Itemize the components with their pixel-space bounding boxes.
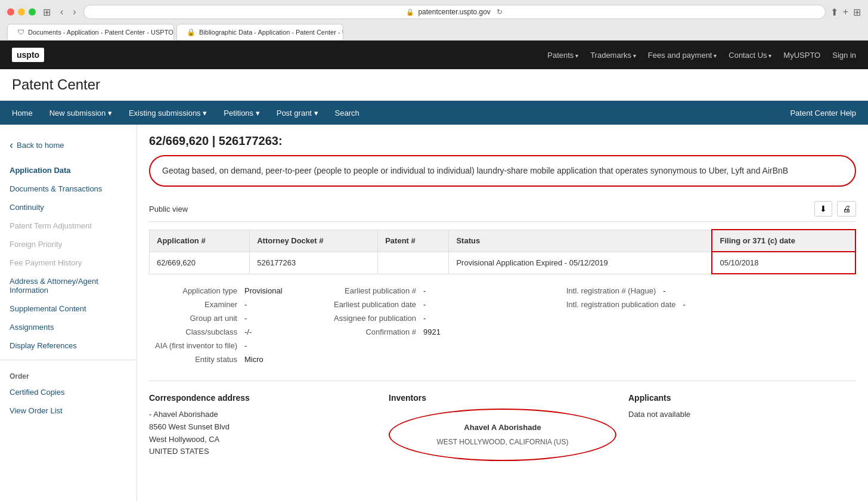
grid-icon[interactable]: ⊞ bbox=[853, 7, 861, 18]
col-patent: Patent # bbox=[378, 230, 449, 252]
inventors-col: Inventors Ahavel A Aborishade WEST HOLLY… bbox=[389, 393, 616, 461]
page-title-bar: Patent Center bbox=[0, 69, 868, 101]
sidebar-item-display-references[interactable]: Display References bbox=[0, 336, 137, 355]
nav-patents[interactable]: Patents bbox=[547, 51, 578, 60]
applicants-col: Applicants Data not available bbox=[628, 393, 856, 461]
details-col-2: Earliest publication # - Earliest public… bbox=[328, 286, 566, 369]
sidebar-item-continuity[interactable]: Continuity bbox=[0, 198, 137, 217]
details-section: Application type Provisional Examiner - … bbox=[149, 286, 856, 369]
browser-tab-bibliographic[interactable]: 🔒 Bibliographic Data - Application - Pat… bbox=[176, 24, 343, 40]
main-nav: Home New submission ▾ Existing submissio… bbox=[0, 101, 868, 125]
field-intl-reg: Intl. registration # (Hague) - bbox=[566, 286, 856, 295]
nav-petitions[interactable]: Petitions ▾ bbox=[215, 101, 268, 125]
field-examiner: Examiner - bbox=[149, 300, 328, 309]
field-aia: AIA (first inventor to file) - bbox=[149, 341, 328, 350]
sidebar-item-attorney[interactable]: Address & Attorney/Agent Information bbox=[0, 272, 137, 299]
value-group-art: - bbox=[244, 314, 247, 323]
label-group-art: Group art unit bbox=[149, 314, 244, 323]
field-app-type: Application type Provisional bbox=[149, 286, 328, 295]
sidebar-order-group: Order bbox=[0, 365, 137, 383]
nav-existing-submissions[interactable]: Existing submissions ▾ bbox=[120, 101, 215, 125]
traffic-lights bbox=[7, 8, 36, 16]
nav-contact[interactable]: Contact Us bbox=[728, 51, 771, 60]
field-assignee-pub: Assignee for publication - bbox=[328, 314, 566, 323]
nav-search[interactable]: Search bbox=[327, 101, 368, 125]
data-table: Application # Attorney Docket # Patent #… bbox=[149, 229, 856, 274]
tab-label-1: Documents - Application - Patent Center … bbox=[28, 29, 173, 36]
maximize-button[interactable] bbox=[29, 8, 36, 16]
cell-attorney-docket: 526177263 bbox=[250, 252, 378, 274]
sidebar-item-pta[interactable]: Patent Term Adjustment bbox=[0, 217, 137, 235]
sidebar-item-certified-copies[interactable]: Certified Copies bbox=[0, 383, 137, 401]
sidebar-item-fee-history[interactable]: Fee Payment History bbox=[0, 253, 137, 272]
sidebar-item-view-order[interactable]: View Order List bbox=[0, 401, 137, 420]
browser-tab-documents[interactable]: 🛡 Documents - Application - Patent Cente… bbox=[7, 24, 174, 40]
sidebar-item-foreign-priority[interactable]: Foreign Priority bbox=[0, 235, 137, 253]
forward-button[interactable]: › bbox=[70, 5, 78, 18]
col-status: Status bbox=[449, 230, 712, 252]
field-intl-reg-pub: Intl. registration publication date - bbox=[566, 300, 856, 309]
table-row: 62/669,620 526177263 Provisional Applica… bbox=[150, 252, 856, 274]
label-app-type: Application type bbox=[149, 286, 244, 295]
close-button[interactable] bbox=[7, 8, 14, 16]
new-tab-icon[interactable]: + bbox=[843, 7, 848, 18]
applicants-value: Data not available bbox=[628, 409, 856, 421]
print-button[interactable]: 🖨 bbox=[837, 201, 856, 217]
field-earliest-pub-date: Earliest publication date - bbox=[328, 300, 566, 309]
inventor-name: Ahavel A Aborishade bbox=[402, 422, 603, 434]
sidebar-item-documents[interactable]: Documents & Transactions bbox=[0, 180, 137, 198]
nav-new-submission[interactable]: New submission ▾ bbox=[41, 101, 120, 125]
label-intl-reg: Intl. registration # (Hague) bbox=[566, 286, 663, 295]
browser-chrome: ⊞ ‹ › 🔒 patentcenter.uspto.gov ↻ ⬆ + ⊞ 🛡… bbox=[0, 0, 868, 41]
uspto-header: uspto Patents Trademarks Fees and paymen… bbox=[0, 41, 868, 69]
reload-icon[interactable]: ↻ bbox=[497, 8, 503, 16]
nav-home[interactable]: Home bbox=[12, 101, 41, 125]
bottom-section: Correspondence address - Ahavel Aborisha… bbox=[149, 381, 856, 461]
label-entity: Entity status bbox=[149, 355, 244, 364]
sidebar-item-supplemental[interactable]: Supplemental Content bbox=[0, 299, 137, 318]
cell-filing-date: 05/10/2018 bbox=[712, 252, 855, 274]
col-attorney-docket: Attorney Docket # bbox=[250, 230, 378, 252]
uspto-top-nav: Patents Trademarks Fees and payment Cont… bbox=[547, 51, 856, 60]
browser-controls: ⊞ ‹ › 🔒 patentcenter.uspto.gov ↻ ⬆ + ⊞ bbox=[7, 5, 861, 19]
uspto-logo: uspto bbox=[12, 48, 44, 62]
nav-post-grant[interactable]: Post grant ▾ bbox=[268, 101, 327, 125]
value-earliest-pub-num: - bbox=[423, 286, 426, 295]
label-assignee-pub: Assignee for publication bbox=[328, 314, 423, 323]
content-wrapper: Back to home Application Data Documents … bbox=[0, 125, 868, 501]
label-earliest-pub-date: Earliest publication date bbox=[328, 300, 423, 309]
value-earliest-pub-date: - bbox=[423, 300, 426, 309]
value-confirmation: 9921 bbox=[423, 327, 441, 336]
nav-trademarks[interactable]: Trademarks bbox=[590, 51, 636, 60]
page-title: Patent Center bbox=[12, 76, 856, 93]
url-text: patentcenter.uspto.gov bbox=[418, 8, 490, 16]
sidebar-item-assignments[interactable]: Assignments bbox=[0, 318, 137, 336]
field-earliest-pub-num: Earliest publication # - bbox=[328, 286, 566, 295]
value-intl-reg: - bbox=[663, 286, 665, 295]
address-bar[interactable]: 🔒 patentcenter.uspto.gov ↻ bbox=[83, 5, 826, 19]
sidebar-item-application-data[interactable]: Application Data bbox=[0, 161, 137, 180]
tab-icon-1: 🛡 bbox=[17, 28, 24, 36]
download-button[interactable]: ⬇ bbox=[814, 201, 832, 217]
nav-myuspto[interactable]: MyUSPTO bbox=[783, 51, 820, 60]
tabs-bar: 🛡 Documents - Application - Patent Cente… bbox=[7, 24, 861, 40]
public-view-bar: Public view ⬇ 🖨 bbox=[149, 196, 856, 222]
value-intl-reg-pub: - bbox=[683, 300, 686, 309]
minimize-button[interactable] bbox=[18, 8, 25, 16]
nav-signin[interactable]: Sign in bbox=[832, 51, 856, 60]
value-app-type: Provisional bbox=[244, 286, 283, 295]
nav-fees[interactable]: Fees and payment bbox=[648, 51, 717, 60]
app-number-title: 62/669,620 | 526177263: bbox=[149, 134, 856, 148]
patent-center-help[interactable]: Patent Center Help bbox=[790, 109, 856, 117]
correspondence-address: - Ahavel Aborishade 8560 West Sunset Blv… bbox=[149, 409, 377, 458]
cell-app-number: 62/669,620 bbox=[150, 252, 250, 274]
invention-title: Geotag based, on demand, peer-to-peer (p… bbox=[162, 166, 788, 175]
back-to-home[interactable]: Back to home bbox=[0, 134, 137, 161]
sidebar-toggle-button[interactable]: ⊞ bbox=[41, 5, 53, 19]
sidebar: Back to home Application Data Documents … bbox=[0, 125, 137, 501]
back-button[interactable]: ‹ bbox=[58, 5, 66, 18]
value-aia: - bbox=[244, 341, 247, 350]
share-icon[interactable]: ⬆ bbox=[830, 7, 838, 18]
lock-icon: 🔒 bbox=[406, 8, 414, 16]
label-class: Class/subclass bbox=[149, 327, 244, 336]
